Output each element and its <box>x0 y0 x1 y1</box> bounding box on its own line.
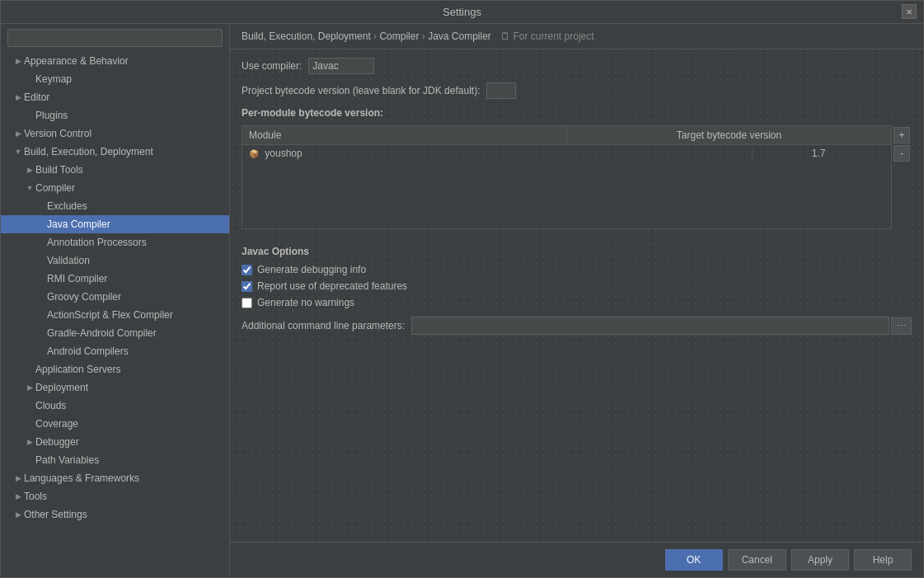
sidebar-label-validation: Validation <box>47 255 90 266</box>
cancel-button[interactable]: Cancel <box>728 549 786 571</box>
ok-button[interactable]: OK <box>665 549 723 571</box>
sidebar-label-compiler: Compiler <box>35 182 75 194</box>
window-title: Settings <box>443 6 481 18</box>
tree-arrow-build-tools: ▶ <box>24 166 35 174</box>
sidebar-label-groovy-compiler: Groovy Compiler <box>47 291 121 303</box>
sidebar-label-actionscript: ActionScript & Flex Compiler <box>47 309 173 321</box>
per-module-label: Per-module bytecode version: <box>242 107 912 119</box>
sidebar-item-deployment[interactable]: ▶Deployment <box>1 378 229 397</box>
bytecode-label: Project bytecode version (leave blank fo… <box>242 85 480 96</box>
module-name-text: youshop <box>265 148 302 159</box>
search-input[interactable] <box>7 29 223 47</box>
sidebar-item-android-compilers[interactable]: Android Compilers <box>1 342 229 360</box>
sidebar-item-coverage[interactable]: Coverage <box>1 415 229 433</box>
col-module: Module <box>242 126 567 144</box>
cmd-browse-button[interactable]: ⋯ <box>891 317 912 335</box>
no-warnings-checkbox[interactable] <box>242 298 252 308</box>
bytecode-select[interactable]: 1.6 1.7 1.8 <box>486 82 516 99</box>
module-table-container: Module Target bytecode version 📦 youshop… <box>242 125 892 229</box>
module-version: 1.7 <box>753 148 884 159</box>
sidebar-item-languages[interactable]: ▶Languages & Frameworks <box>1 469 229 487</box>
settings-window: Settings ✕ ▶Appearance & BehaviorKeymap▶… <box>0 0 924 578</box>
deprecated-checkbox[interactable] <box>242 281 252 292</box>
tree-arrow-version-control: ▶ <box>12 129 24 138</box>
sidebar-label-debugger: Debugger <box>35 436 79 448</box>
sidebar-label-other-settings: Other Settings <box>24 509 87 520</box>
sidebar-item-validation[interactable]: Validation <box>1 251 229 270</box>
project-note: 🗒 For current project <box>500 31 593 42</box>
sidebar-item-excludes[interactable]: Excludes <box>1 197 229 215</box>
tree-arrow-debugger: ▶ <box>24 438 35 446</box>
breadcrumb-part2: Compiler <box>379 31 419 42</box>
sidebar-item-other-settings[interactable]: ▶Other Settings <box>1 505 229 524</box>
sidebar-label-keymap: Keymap <box>35 73 72 85</box>
sidebar-item-editor[interactable]: ▶Editor <box>1 88 229 106</box>
sidebar-item-compiler[interactable]: ▼Compiler <box>1 179 229 197</box>
sidebar-label-version-control: Version Control <box>24 128 91 139</box>
table-empty-area <box>242 162 891 228</box>
sidebar-item-application-servers[interactable]: Application Servers <box>1 360 229 378</box>
sidebar-item-groovy-compiler[interactable]: Groovy Compiler <box>1 288 229 306</box>
tree-arrow-editor: ▶ <box>12 93 24 101</box>
sidebar-label-annotation-processors: Annotation Processors <box>47 237 147 248</box>
sidebar-item-java-compiler[interactable]: Java Compiler <box>1 215 229 233</box>
sidebar-item-keymap[interactable]: Keymap <box>1 70 229 88</box>
sidebar-item-tools[interactable]: ▶Tools <box>1 487 229 505</box>
module-table: Module Target bytecode version 📦 youshop… <box>242 125 892 237</box>
remove-module-button[interactable]: - <box>894 145 910 162</box>
cmd-label: Additional command line parameters: <box>242 320 405 331</box>
sidebar-label-editor: Editor <box>24 92 49 103</box>
sidebar-item-rmi-compiler[interactable]: RMI Compiler <box>1 270 229 288</box>
sidebar-item-path-variables[interactable]: Path Variables <box>1 451 229 469</box>
sidebar-label-tools: Tools <box>24 491 47 502</box>
table-side-buttons: + - <box>892 125 912 237</box>
content-area: ▶Appearance & BehaviorKeymap▶EditorPlugi… <box>1 24 923 577</box>
sidebar-label-clouds: Clouds <box>35 400 66 411</box>
cmd-input[interactable] <box>411 317 889 335</box>
javac-options-header: Javac Options <box>242 246 912 257</box>
sidebar-item-build-tools[interactable]: ▶Build Tools <box>1 161 229 179</box>
bytecode-select-wrapper: 1.6 1.7 1.8 <box>486 82 516 99</box>
table-header: Module Target bytecode version <box>242 126 891 145</box>
sidebar-label-languages: Languages & Frameworks <box>24 472 139 484</box>
footer: OK Cancel Apply Help <box>230 542 923 577</box>
close-button[interactable]: ✕ <box>902 4 917 19</box>
tree-arrow-other-settings: ▶ <box>12 510 24 519</box>
no-warnings-label: Generate no warnings <box>257 297 354 308</box>
add-module-button[interactable]: + <box>894 127 910 143</box>
sidebar-label-coverage: Coverage <box>35 418 78 430</box>
use-compiler-select[interactable]: Javac Eclipse <box>308 58 374 74</box>
gen-debug-checkbox[interactable] <box>242 265 252 275</box>
checkbox-gen-debug: Generate debugging info <box>242 264 912 275</box>
sidebar-item-actionscript[interactable]: ActionScript & Flex Compiler <box>1 306 229 324</box>
sidebar-label-build-tools: Build Tools <box>35 164 83 176</box>
sidebar-label-gradle-android: Gradle-Android Compiler <box>47 327 157 339</box>
sidebar-item-debugger[interactable]: ▶Debugger <box>1 433 229 451</box>
sidebar: ▶Appearance & BehaviorKeymap▶EditorPlugi… <box>1 24 230 577</box>
sidebar-item-version-control[interactable]: ▶Version Control <box>1 125 229 143</box>
main-panel: Build, Execution, Deployment › Compiler … <box>230 24 923 577</box>
table-row[interactable]: 📦 youshop 1.7 <box>242 145 891 162</box>
sidebar-label-java-compiler: Java Compiler <box>47 219 110 230</box>
sidebar-item-clouds[interactable]: Clouds <box>1 397 229 415</box>
breadcrumb-part1: Build, Execution, Deployment <box>242 31 371 42</box>
breadcrumb: Build, Execution, Deployment › Compiler … <box>230 24 923 49</box>
bytecode-version-row: Project bytecode version (leave blank fo… <box>242 82 912 99</box>
tree-arrow-tools: ▶ <box>12 492 24 500</box>
sidebar-item-build[interactable]: ▼Build, Execution, Deployment <box>1 143 229 161</box>
javac-options-section: Javac Options Generate debugging info Re… <box>242 246 912 308</box>
apply-button[interactable]: Apply <box>791 549 849 571</box>
sidebar-item-plugins[interactable]: Plugins <box>1 106 229 125</box>
sidebar-item-gradle-android[interactable]: Gradle-Android Compiler <box>1 324 229 342</box>
tree-arrow-deployment: ▶ <box>24 383 35 392</box>
use-compiler-select-wrapper: Javac Eclipse <box>308 58 374 74</box>
cmd-row: Additional command line parameters: ⋯ <box>242 317 912 335</box>
help-button[interactable]: Help <box>854 549 912 571</box>
sidebar-item-appearance[interactable]: ▶Appearance & Behavior <box>1 52 229 70</box>
gen-debug-label: Generate debugging info <box>257 264 366 275</box>
use-compiler-row: Use compiler: Javac Eclipse <box>242 58 912 74</box>
checkbox-no-warnings: Generate no warnings <box>242 297 912 308</box>
sidebar-item-annotation-processors[interactable]: Annotation Processors <box>1 233 229 251</box>
deprecated-label: Report use of deprecated features <box>257 280 407 292</box>
sidebar-label-path-variables: Path Variables <box>35 454 99 466</box>
